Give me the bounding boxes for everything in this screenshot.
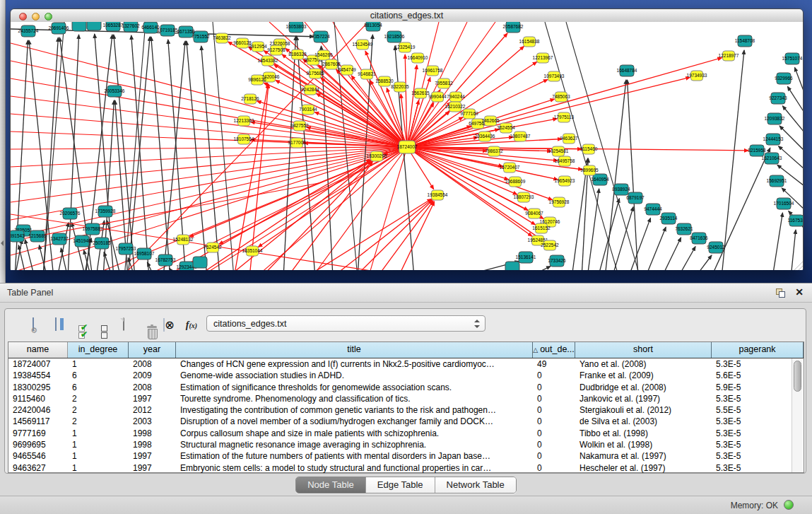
cell-name: 9465546	[8, 450, 68, 462]
svg-text:20587682: 20587682	[503, 24, 524, 29]
cell-title: Genome-wide association studies in ADHD.	[176, 370, 533, 381]
svg-text:2505185: 2505185	[93, 240, 111, 245]
cell-title: Disruption of a novel member of a sodium…	[176, 416, 533, 427]
splitter-collapse-arrow[interactable]	[1, 240, 4, 246]
scrollbar-thumb[interactable]	[794, 361, 801, 392]
table-vertical-scrollbar[interactable]	[792, 358, 803, 472]
table-row[interactable]: 1872400712008Changes of HCN gene express…	[8, 358, 804, 370]
gear-icon: ⚙	[30, 326, 37, 335]
cell-out_de: 49	[533, 358, 575, 370]
table-settings-button[interactable]: ⚙	[23, 315, 43, 334]
svg-text:7357224: 7357224	[312, 34, 330, 39]
tab-network-table[interactable]: Network Table	[435, 477, 516, 493]
svg-text:9329966: 9329966	[775, 76, 793, 81]
table-panel-header: Table Panel ✕	[0, 283, 812, 303]
cell-short: Hescheler et al. (1997)	[575, 462, 712, 474]
cell-in_degree: 1	[68, 450, 129, 462]
table-body: 1872400712008Changes of HCN gene express…	[8, 358, 804, 474]
validate-checks-button[interactable]: ✔✔	[69, 315, 88, 334]
cell-short: Wolkin et al. (1998)	[575, 439, 712, 450]
svg-text:19218506: 19218506	[384, 34, 405, 39]
column-header-name[interactable]: name	[8, 342, 68, 358]
svg-text:9115460: 9115460	[580, 146, 598, 151]
svg-text:19384554: 19384554	[428, 192, 448, 197]
table-row[interactable]: 1830029562008Estimation of significance …	[8, 382, 804, 393]
column-header-out_de[interactable]: △out_de...	[533, 342, 575, 358]
delete-table-button[interactable]	[136, 315, 156, 334]
svg-text:9146821: 9146821	[358, 71, 376, 76]
table-row[interactable]: 2242004622012Investigating the contribut…	[8, 404, 804, 416]
cell-name: 18724007	[8, 358, 68, 370]
cell-pagerank: 5.6E-5	[712, 370, 804, 381]
cell-out_de: 0	[533, 404, 575, 416]
svg-text:12218977: 12218977	[719, 53, 739, 58]
cell-pagerank: 5.3E-5	[712, 393, 804, 404]
table-row[interactable]: 946362711997Embryonic stem cells: a mode…	[8, 462, 804, 474]
tab-edge-table[interactable]: Edge Table	[366, 477, 435, 493]
table-row[interactable]: 969969511998Structural magnetic resonanc…	[8, 439, 804, 450]
column-select-button[interactable]	[46, 315, 66, 334]
svg-text:1327602: 1327602	[122, 23, 140, 28]
svg-text:10254581: 10254581	[548, 148, 569, 153]
svg-text:12213363: 12213363	[234, 118, 254, 123]
cell-out_de: 0	[533, 439, 575, 450]
table-row[interactable]: 1938455462009Genome-wide association stu…	[8, 370, 804, 381]
svg-text:391543: 391543	[11, 233, 25, 238]
svg-text:18807293: 18807293	[514, 194, 534, 199]
svg-text:17359928: 17359928	[95, 209, 116, 214]
panel-title: Table Panel	[7, 288, 53, 298]
column-header-title[interactable]: title	[176, 342, 533, 358]
svg-text:17957253: 17957253	[116, 246, 136, 251]
cell-in_degree: 1	[68, 439, 129, 450]
cell-name: 22420046	[8, 404, 68, 416]
table-row[interactable]: 977716911998Corpus callosum shape and si…	[8, 428, 804, 439]
status-bar: Memory: OK	[0, 496, 812, 514]
function-builder-icon: f(x)	[186, 318, 197, 331]
table-row[interactable]: 946554611997Estimation of the future num…	[8, 450, 804, 462]
window-title: citations_edges.txt	[11, 11, 803, 21]
table-selector-dropdown[interactable]: citations_edges.txt	[206, 315, 486, 332]
svg-text:1733426: 1733426	[548, 258, 566, 263]
svg-text:8813054: 8813054	[364, 23, 382, 28]
table-row[interactable]: 1456911722003Disruption of a novel membe…	[8, 416, 804, 427]
svg-text:9427552: 9427552	[290, 123, 309, 128]
svg-text:16210643: 16210643	[762, 156, 782, 160]
svg-text:19654923: 19654923	[555, 178, 575, 183]
cell-short: de Silva et al. (2003)	[575, 416, 712, 427]
svg-text:19734933: 19734933	[687, 73, 707, 78]
svg-text:18107554: 18107554	[234, 136, 254, 141]
svg-text:9177008: 9177008	[288, 140, 306, 145]
column-header-year[interactable]: year	[129, 342, 176, 358]
cell-title: Investigating the contribution of common…	[176, 404, 533, 416]
window-titlebar[interactable]: citations_edges.txt	[11, 9, 803, 23]
network-canvas[interactable]: 2058768216053803735722488130541921850677…	[11, 22, 803, 270]
cell-title: Changes of HCN gene expression and I(f) …	[176, 358, 533, 370]
cell-out_de: 0	[533, 393, 575, 404]
table-settings-icon: ⚙	[33, 318, 34, 331]
svg-text:1342737: 1342737	[50, 236, 69, 241]
float-panel-icon[interactable]	[776, 288, 785, 298]
import-table-disabled-button[interactable]: ⊗	[159, 315, 179, 334]
column-header-in_degree[interactable]: in_degree	[68, 342, 129, 358]
new-document-button[interactable]	[114, 315, 134, 334]
svg-text:1615152: 1615152	[532, 226, 551, 230]
cell-year: 1998	[129, 439, 176, 450]
cell-title: Corpus callosum shape and size in male p…	[176, 428, 533, 439]
svg-text:4671358: 4671358	[177, 29, 195, 34]
column-header-short[interactable]: short	[575, 342, 712, 358]
svg-text:8454749: 8454749	[338, 67, 356, 72]
svg-text:7463822: 7463822	[213, 35, 231, 40]
cell-short: Stergiakouli et al. (2012)	[575, 404, 712, 416]
cell-in_degree: 2	[68, 393, 129, 404]
cell-in_degree: 6	[68, 382, 129, 393]
svg-text:10688609: 10688609	[505, 179, 526, 184]
function-builder-button[interactable]: f(x)	[182, 315, 201, 334]
close-panel-icon[interactable]: ✕	[795, 286, 804, 298]
tab-node-table[interactable]: Node Table	[296, 477, 366, 493]
svg-text:10653287: 10653287	[103, 23, 124, 28]
table-row[interactable]: 911546021997Tourette syndrome. Phenomeno…	[8, 393, 804, 404]
merge-rows-button[interactable]	[91, 315, 111, 334]
svg-text:15720407: 15720407	[500, 165, 520, 170]
svg-text:7986372: 7986372	[485, 148, 503, 153]
column-header-pagerank[interactable]: pagerank	[712, 342, 804, 358]
